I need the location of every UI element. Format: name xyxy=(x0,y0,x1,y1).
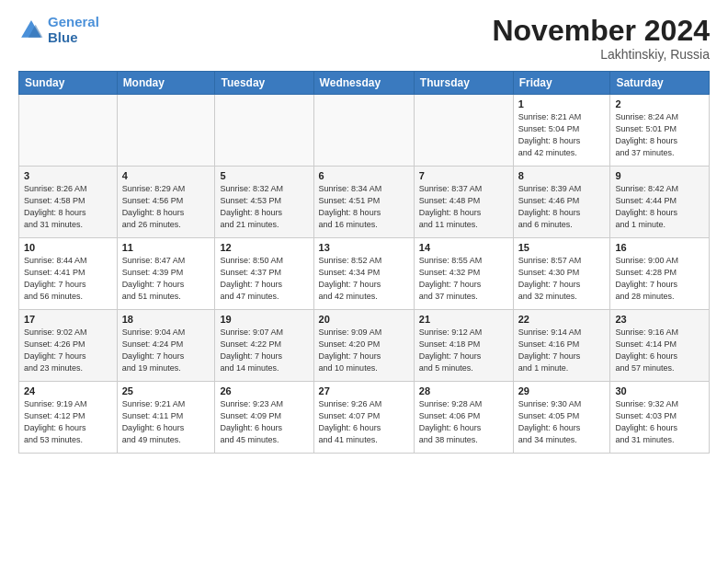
day-number: 13 xyxy=(319,242,409,253)
day-info: Sunrise: 9:16 AM Sunset: 4:14 PM Dayligh… xyxy=(615,327,704,374)
day-number: 1 xyxy=(518,98,606,109)
weekday-header: Tuesday xyxy=(215,72,313,95)
day-info: Sunrise: 9:12 AM Sunset: 4:18 PM Dayligh… xyxy=(419,327,508,374)
calendar-cell: 28Sunrise: 9:28 AM Sunset: 4:06 PM Dayli… xyxy=(414,382,513,454)
day-info: Sunrise: 9:04 AM Sunset: 4:24 PM Dayligh… xyxy=(122,327,210,374)
calendar-cell: 13Sunrise: 8:52 AM Sunset: 4:34 PM Dayli… xyxy=(313,238,414,310)
day-info: Sunrise: 8:47 AM Sunset: 4:39 PM Dayligh… xyxy=(122,255,210,303)
calendar-cell: 30Sunrise: 9:32 AM Sunset: 4:03 PM Dayli… xyxy=(610,382,710,454)
calendar-cell: 16Sunrise: 9:00 AM Sunset: 4:28 PM Dayli… xyxy=(610,238,710,310)
logo: General Blue xyxy=(18,15,99,45)
weekday-header: Thursday xyxy=(414,72,513,95)
calendar-cell: 26Sunrise: 9:23 AM Sunset: 4:09 PM Dayli… xyxy=(215,382,313,454)
day-info: Sunrise: 9:32 AM Sunset: 4:03 PM Dayligh… xyxy=(615,398,704,446)
calendar-cell: 2Sunrise: 8:24 AM Sunset: 5:01 PM Daylig… xyxy=(610,95,710,167)
calendar-cell: 1Sunrise: 8:21 AM Sunset: 5:04 PM Daylig… xyxy=(513,95,610,167)
calendar-cell: 22Sunrise: 9:14 AM Sunset: 4:16 PM Dayli… xyxy=(513,310,610,382)
calendar-cell: 27Sunrise: 9:26 AM Sunset: 4:07 PM Dayli… xyxy=(313,382,414,454)
calendar-cell: 23Sunrise: 9:16 AM Sunset: 4:14 PM Dayli… xyxy=(610,310,710,382)
day-number: 6 xyxy=(319,170,409,181)
calendar-cell xyxy=(117,95,215,167)
day-number: 19 xyxy=(220,314,308,325)
day-info: Sunrise: 8:29 AM Sunset: 4:56 PM Dayligh… xyxy=(122,183,210,231)
calendar-week-row: 24Sunrise: 9:19 AM Sunset: 4:12 PM Dayli… xyxy=(19,382,710,454)
weekday-header: Wednesday xyxy=(313,72,414,95)
weekday-header: Saturday xyxy=(610,72,710,95)
calendar-cell: 4Sunrise: 8:29 AM Sunset: 4:56 PM Daylig… xyxy=(117,167,215,238)
day-info: Sunrise: 8:52 AM Sunset: 4:34 PM Dayligh… xyxy=(319,255,409,303)
calendar-cell: 17Sunrise: 9:02 AM Sunset: 4:26 PM Dayli… xyxy=(19,310,118,382)
day-info: Sunrise: 9:26 AM Sunset: 4:07 PM Dayligh… xyxy=(319,398,409,446)
title-block: November 2024 Lakhtinskiy, Russia xyxy=(492,15,710,62)
calendar-week-row: 3Sunrise: 8:26 AM Sunset: 4:58 PM Daylig… xyxy=(19,167,710,238)
weekday-header: Monday xyxy=(117,72,215,95)
day-info: Sunrise: 8:39 AM Sunset: 4:46 PM Dayligh… xyxy=(518,183,606,231)
day-info: Sunrise: 8:57 AM Sunset: 4:30 PM Dayligh… xyxy=(518,255,606,303)
day-number: 16 xyxy=(615,242,704,253)
day-info: Sunrise: 8:32 AM Sunset: 4:53 PM Dayligh… xyxy=(220,183,308,231)
day-number: 27 xyxy=(319,385,409,396)
day-number: 28 xyxy=(419,385,508,396)
day-number: 10 xyxy=(24,242,112,253)
day-info: Sunrise: 8:37 AM Sunset: 4:48 PM Dayligh… xyxy=(419,183,508,231)
day-number: 22 xyxy=(518,314,606,325)
calendar-cell: 15Sunrise: 8:57 AM Sunset: 4:30 PM Dayli… xyxy=(513,238,610,310)
day-number: 24 xyxy=(24,385,112,396)
day-info: Sunrise: 8:34 AM Sunset: 4:51 PM Dayligh… xyxy=(319,183,409,231)
day-number: 2 xyxy=(615,98,704,109)
header: General Blue November 2024 Lakhtinskiy, … xyxy=(18,15,710,62)
logo-icon xyxy=(18,17,44,43)
calendar-cell: 8Sunrise: 8:39 AM Sunset: 4:46 PM Daylig… xyxy=(513,167,610,238)
day-number: 21 xyxy=(419,314,508,325)
day-info: Sunrise: 8:55 AM Sunset: 4:32 PM Dayligh… xyxy=(419,255,508,303)
day-number: 26 xyxy=(220,385,308,396)
day-number: 23 xyxy=(615,314,704,325)
day-number: 11 xyxy=(122,242,210,253)
calendar-cell: 12Sunrise: 8:50 AM Sunset: 4:37 PM Dayli… xyxy=(215,238,313,310)
day-info: Sunrise: 9:00 AM Sunset: 4:28 PM Dayligh… xyxy=(615,255,704,303)
day-info: Sunrise: 9:23 AM Sunset: 4:09 PM Dayligh… xyxy=(220,398,308,446)
day-number: 4 xyxy=(122,170,210,181)
day-info: Sunrise: 8:24 AM Sunset: 5:01 PM Dayligh… xyxy=(615,111,704,159)
day-number: 5 xyxy=(220,170,308,181)
calendar-cell xyxy=(414,95,513,167)
day-info: Sunrise: 9:21 AM Sunset: 4:11 PM Dayligh… xyxy=(122,398,210,446)
calendar-cell: 9Sunrise: 8:42 AM Sunset: 4:44 PM Daylig… xyxy=(610,167,710,238)
logo-text: General Blue xyxy=(48,15,99,45)
day-info: Sunrise: 9:19 AM Sunset: 4:12 PM Dayligh… xyxy=(24,398,112,446)
calendar-cell: 18Sunrise: 9:04 AM Sunset: 4:24 PM Dayli… xyxy=(117,310,215,382)
calendar-cell xyxy=(215,95,313,167)
calendar-cell: 7Sunrise: 8:37 AM Sunset: 4:48 PM Daylig… xyxy=(414,167,513,238)
day-info: Sunrise: 8:50 AM Sunset: 4:37 PM Dayligh… xyxy=(220,255,308,303)
day-number: 7 xyxy=(419,170,508,181)
day-number: 3 xyxy=(24,170,112,181)
day-number: 9 xyxy=(615,170,704,181)
location: Lakhtinskiy, Russia xyxy=(492,47,710,62)
calendar-table: SundayMondayTuesdayWednesdayThursdayFrid… xyxy=(18,71,710,454)
day-number: 15 xyxy=(518,242,606,253)
day-info: Sunrise: 9:30 AM Sunset: 4:05 PM Dayligh… xyxy=(518,398,606,446)
calendar-week-row: 1Sunrise: 8:21 AM Sunset: 5:04 PM Daylig… xyxy=(19,95,710,167)
day-number: 14 xyxy=(419,242,508,253)
day-info: Sunrise: 8:44 AM Sunset: 4:41 PM Dayligh… xyxy=(24,255,112,303)
calendar-cell: 29Sunrise: 9:30 AM Sunset: 4:05 PM Dayli… xyxy=(513,382,610,454)
weekday-header: Friday xyxy=(513,72,610,95)
day-number: 20 xyxy=(319,314,409,325)
calendar-cell: 25Sunrise: 9:21 AM Sunset: 4:11 PM Dayli… xyxy=(117,382,215,454)
calendar-week-row: 17Sunrise: 9:02 AM Sunset: 4:26 PM Dayli… xyxy=(19,310,710,382)
day-info: Sunrise: 9:09 AM Sunset: 4:20 PM Dayligh… xyxy=(319,327,409,374)
calendar-cell xyxy=(19,95,118,167)
page: General Blue November 2024 Lakhtinskiy, … xyxy=(0,0,728,563)
calendar-cell: 24Sunrise: 9:19 AM Sunset: 4:12 PM Dayli… xyxy=(19,382,118,454)
calendar-week-row: 10Sunrise: 8:44 AM Sunset: 4:41 PM Dayli… xyxy=(19,238,710,310)
day-info: Sunrise: 9:02 AM Sunset: 4:26 PM Dayligh… xyxy=(24,327,112,374)
day-info: Sunrise: 9:28 AM Sunset: 4:06 PM Dayligh… xyxy=(419,398,508,446)
day-info: Sunrise: 8:42 AM Sunset: 4:44 PM Dayligh… xyxy=(615,183,704,231)
calendar-cell: 20Sunrise: 9:09 AM Sunset: 4:20 PM Dayli… xyxy=(313,310,414,382)
calendar-header-row: SundayMondayTuesdayWednesdayThursdayFrid… xyxy=(19,72,710,95)
day-info: Sunrise: 8:21 AM Sunset: 5:04 PM Dayligh… xyxy=(518,111,606,159)
day-info: Sunrise: 8:26 AM Sunset: 4:58 PM Dayligh… xyxy=(24,183,112,231)
weekday-header: Sunday xyxy=(19,72,118,95)
calendar-cell: 14Sunrise: 8:55 AM Sunset: 4:32 PM Dayli… xyxy=(414,238,513,310)
calendar-cell: 11Sunrise: 8:47 AM Sunset: 4:39 PM Dayli… xyxy=(117,238,215,310)
